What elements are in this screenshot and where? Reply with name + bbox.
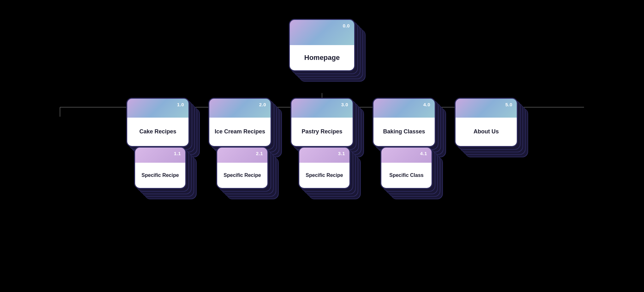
specific-recipe-3-header: 3.1: [299, 148, 349, 163]
ice-cream-body: Ice Cream Recipes: [209, 118, 271, 146]
pastry-header: 3.0: [291, 99, 353, 118]
node-specific-class[interactable]: 4.1 Specific Class: [380, 147, 432, 189]
about-body: About Us: [456, 118, 517, 146]
ice-cream-label: Ice Cream Recipes: [215, 128, 265, 135]
about-header: 5.0: [456, 99, 517, 118]
baking-header: 4.0: [373, 99, 435, 118]
homepage-card-header: 0.0: [290, 20, 354, 45]
node-baking-classes[interactable]: 4.0 Baking Classes 4.1 Specific Class: [373, 98, 436, 147]
pastry-number: 3.0: [341, 102, 348, 107]
baking-label: Baking Classes: [383, 128, 425, 135]
specific-class-number: 4.1: [420, 151, 427, 156]
homepage-number: 0.0: [343, 23, 350, 28]
pastry-label: Pastry Recipes: [301, 128, 342, 135]
pastry-body: Pastry Recipes: [291, 118, 353, 146]
node-about-us[interactable]: 5.0 About Us: [455, 98, 518, 147]
baking-body: Baking Classes: [373, 118, 435, 146]
homepage-card-body: Homepage: [290, 45, 354, 70]
node-specific-recipe-3[interactable]: 3.1 Specific Recipe: [298, 147, 350, 189]
ice-cream-header: 2.0: [209, 99, 271, 118]
node-specific-recipe-2[interactable]: 2.1 Specific Recipe: [216, 147, 268, 189]
specific-recipe-2-body: Specific Recipe: [217, 163, 267, 188]
site-map-diagram: 0.0 Homepage 1.0 Cake Recipes: [0, 0, 644, 292]
specific-class-header: 4.1: [381, 148, 432, 163]
cake-recipes-number: 1.0: [177, 102, 184, 107]
specific-recipe-1-header: 1.1: [135, 148, 185, 163]
node-homepage[interactable]: 0.0 Homepage: [289, 19, 355, 71]
specific-recipe-3-body: Specific Recipe: [299, 163, 349, 188]
specific-recipe-2-label: Specific Recipe: [224, 172, 261, 179]
node-specific-recipe-1[interactable]: 1.1 Specific Recipe: [134, 147, 186, 189]
cake-recipes-label: Cake Recipes: [139, 128, 176, 135]
ice-cream-number: 2.0: [259, 102, 266, 107]
homepage-label: Homepage: [304, 53, 340, 62]
cake-recipes-body: Cake Recipes: [127, 118, 188, 146]
about-label: About Us: [474, 128, 499, 135]
node-pastry-recipes[interactable]: 3.0 Pastry Recipes 3.1 Specific Recipe: [290, 98, 354, 147]
specific-recipe-3-label: Specific Recipe: [306, 172, 343, 179]
specific-recipe-1-number: 1.1: [174, 151, 181, 156]
specific-class-label: Specific Class: [389, 172, 424, 179]
baking-number: 4.0: [423, 102, 430, 107]
specific-recipe-1-body: Specific Recipe: [135, 163, 185, 188]
specific-recipe-3-number: 3.1: [338, 151, 345, 156]
specific-recipe-2-number: 2.1: [256, 151, 263, 156]
specific-recipe-2-header: 2.1: [217, 148, 267, 163]
node-ice-cream-recipes[interactable]: 2.0 Ice Cream Recipes 2.1 Specific Rec: [208, 98, 271, 147]
about-number: 5.0: [505, 102, 512, 107]
specific-recipe-1-label: Specific Recipe: [141, 172, 179, 179]
node-cake-recipes[interactable]: 1.0 Cake Recipes 1.1 Specific Recipe: [126, 98, 189, 147]
cake-recipes-header: 1.0: [127, 99, 188, 118]
specific-class-body: Specific Class: [381, 163, 432, 188]
